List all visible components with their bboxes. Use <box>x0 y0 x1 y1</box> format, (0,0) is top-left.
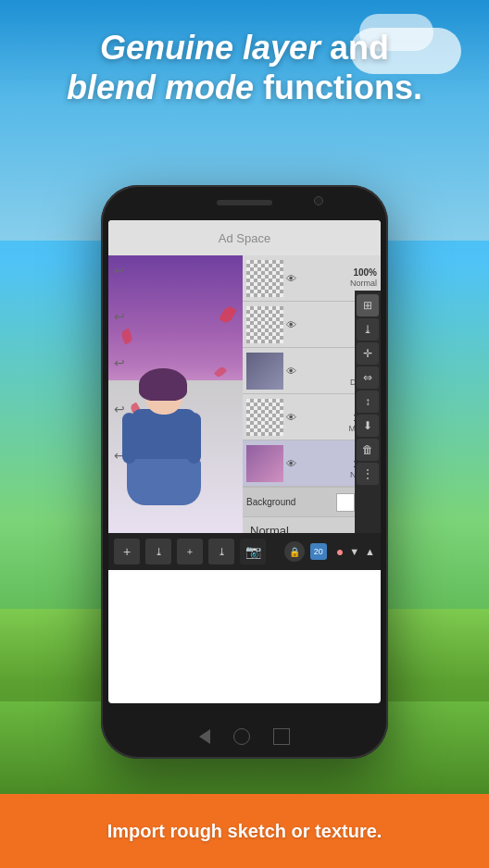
phone-nav-bar <box>199 728 290 745</box>
layer-thumbnail-top <box>246 260 283 297</box>
layer-thumbnail-1 <box>246 445 283 482</box>
title-bold-2: blend mode <box>67 68 254 106</box>
blend-mode-label: Normal <box>250 524 289 533</box>
camera-btn[interactable]: 📷 <box>240 539 266 564</box>
char-skirt <box>127 459 201 505</box>
bottom-banner-text: Import rough sketch or texture. <box>89 821 401 842</box>
merge-btn[interactable]: ⤓ <box>357 318 379 341</box>
canvas-merge-icon-2: ↩ <box>114 309 125 324</box>
app-bottom-toolbar[interactable]: + ⤓ + ⤓ 📷 🔒 20 ● ▼ ▲ <box>108 533 381 570</box>
transform-btn[interactable]: ↕ <box>357 391 379 413</box>
right-toolbar: ⊞ ⤓ ✛ ⇔ ↕ ⬇ 🗑 ⋮ <box>355 291 381 533</box>
add-layer-btn[interactable]: + <box>114 539 140 564</box>
layer-merge-2-btn[interactable]: ⤓ <box>208 539 234 564</box>
back-nav-btn[interactable] <box>199 729 210 744</box>
recents-nav-btn[interactable] <box>273 728 290 745</box>
delete-btn[interactable]: 🗑 <box>357 439 379 461</box>
canvas-preview: ↩ ↩ ↩ ↩ ↩ <box>108 255 243 533</box>
layer-thumbnail-2 <box>246 399 283 436</box>
layer-eye-icon-2[interactable]: 👁 <box>286 412 296 423</box>
title-line-1: Genuine layer and <box>0 28 489 68</box>
title-bold-1: Genuine layer <box>100 29 320 67</box>
layer-action-btn[interactable]: ⤓ <box>145 539 171 564</box>
bg-swatch-white[interactable] <box>336 493 355 512</box>
layer-eye-icon-top[interactable]: 👁 <box>286 273 296 284</box>
number-badge: 20 <box>310 543 327 560</box>
canvas-merge-icon-3: ↩ <box>114 355 125 370</box>
checkerboard-btn[interactable]: ⊞ <box>357 294 379 316</box>
move-btn[interactable]: ✛ <box>357 342 379 365</box>
layer-eye-icon-4[interactable]: 👁 <box>286 319 296 330</box>
nav-up-btn[interactable]: ▲ <box>365 546 375 557</box>
layer-thumbnail-4 <box>246 306 283 343</box>
home-nav-btn[interactable] <box>233 728 250 745</box>
char-arm-right <box>187 413 201 464</box>
ad-space: Ad Space <box>108 220 381 255</box>
char-arm-left <box>122 413 136 464</box>
more-btn[interactable]: ⋮ <box>357 463 379 485</box>
flip-btn[interactable]: ⇔ <box>357 366 379 389</box>
title-normal-1: and <box>330 29 389 67</box>
lock-btn[interactable]: 🔒 <box>284 541 305 562</box>
background-label: Background <box>246 497 332 507</box>
layer-thumbnail-3 <box>246 353 283 390</box>
title-area: Genuine layer and blend mode functions. <box>0 28 489 107</box>
phone-outer: Ad Space <box>101 185 388 759</box>
title-normal-2: functions. <box>263 68 422 106</box>
canvas-merge-icon: ↩ <box>114 263 125 278</box>
add-2-btn[interactable]: + <box>177 539 203 564</box>
layer-eye-icon-1[interactable]: 👁 <box>286 458 296 469</box>
ad-space-label: Ad Space <box>219 231 270 245</box>
phone-speaker <box>217 200 272 205</box>
bottom-banner: Import rough sketch or texture. <box>0 794 489 868</box>
nav-down-btn[interactable]: ▼ <box>349 546 359 557</box>
title-line-2: blend mode functions. <box>0 68 489 107</box>
layer-info-top: 100% Normal <box>299 267 377 290</box>
download-btn[interactable]: ⬇ <box>357 415 379 437</box>
phone-wrapper: Ad Space <box>101 185 388 759</box>
canvas-area: ↩ ↩ ↩ ↩ ↩ 👁 100% Normal <box>108 255 381 533</box>
char-hair <box>139 368 187 401</box>
phone-camera <box>314 196 323 205</box>
anime-character <box>122 376 206 524</box>
layer-eye-icon-3[interactable]: 👁 <box>286 366 296 377</box>
phone-screen: Ad Space <box>108 220 381 703</box>
color-swatch[interactable]: ● <box>336 544 344 559</box>
